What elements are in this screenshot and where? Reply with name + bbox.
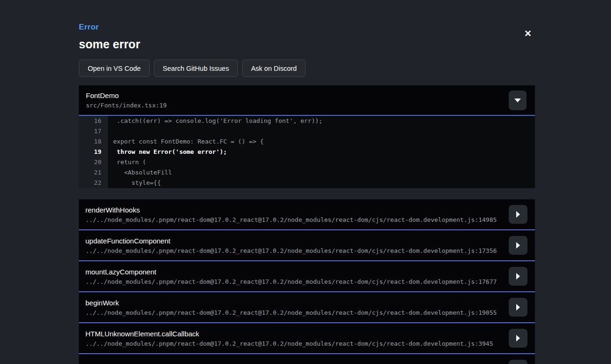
stack-frame-function-name: renderWithHooks — [85, 206, 497, 214]
stack-frame-location: ../../node_modules/.pnpm/react-dom@17.0.… — [85, 247, 497, 254]
open-in-vscode-button[interactable]: Open in VS Code — [79, 60, 150, 77]
chevron-down-icon — [514, 99, 521, 102]
code-line: 22 style={{ — [79, 178, 535, 188]
stack-frame-function-name: mountLazyComponent — [85, 268, 497, 276]
chevron-right-icon — [516, 335, 520, 341]
line-code: return ( — [108, 157, 146, 167]
stack-frame-meta: HTMLUnknownElement.callCallback ../../no… — [85, 330, 493, 347]
code-line: 17 — [79, 126, 535, 136]
line-number: 18 — [79, 136, 108, 147]
code-frame-header: FontDemo src/Fonts/index.tsx:19 — [79, 85, 535, 116]
stack-frame-function-name: HTMLUnknownElement.callCallback — [85, 330, 493, 338]
stack-frame-expand-button[interactable] — [509, 329, 527, 348]
error-overlay: Error some error Open in VS Code Search … — [79, 0, 535, 364]
stack-frame-location: ../../node_modules/.pnpm/react-dom@17.0.… — [85, 340, 493, 347]
line-code: .catch((err) => console.log('Error loadi… — [108, 116, 322, 126]
stack-frame-row: beginWork ../../node_modules/.pnpm/react… — [79, 292, 535, 323]
stack-frame-row-partial — [79, 354, 535, 364]
stack-frame-row: updateFunctionComponent ../../node_modul… — [79, 230, 535, 261]
code-frame-function-name: FontDemo — [86, 91, 167, 99]
search-github-issues-button[interactable]: Search GitHub Issues — [154, 60, 238, 77]
stack-frame-location: ../../node_modules/.pnpm/react-dom@17.0.… — [85, 216, 497, 223]
line-number: 21 — [79, 167, 108, 178]
stack-frame-row: HTMLUnknownElement.callCallback ../../no… — [79, 323, 535, 354]
stack-trace-list: renderWithHooks ../../node_modules/.pnpm… — [79, 199, 535, 364]
code-frame: FontDemo src/Fonts/index.tsx:19 16 .catc… — [79, 85, 535, 188]
stack-frame-expand-button[interactable] — [509, 267, 527, 286]
line-code: throw new Error('some error'); — [108, 147, 227, 157]
stack-frame-function-name: updateFunctionComponent — [85, 237, 497, 245]
stack-frame-expand-button[interactable] — [509, 360, 527, 364]
chevron-right-icon — [516, 273, 520, 280]
code-frame-collapse-button[interactable] — [509, 91, 527, 110]
chevron-right-icon — [516, 211, 520, 218]
code-frame-location: src/Fonts/index.tsx:19 — [86, 102, 167, 109]
search-github-issues-label: Search GitHub Issues — [163, 65, 229, 72]
line-code: export const FontDemo: React.FC = () => … — [108, 136, 264, 147]
stack-frame-function-name: beginWork — [85, 299, 497, 307]
stack-frame-expand-button[interactable] — [509, 298, 527, 317]
stack-frame-meta: updateFunctionComponent ../../node_modul… — [85, 237, 497, 254]
error-kicker: Error — [79, 23, 535, 32]
line-code — [108, 126, 113, 136]
code-frame-meta: FontDemo src/Fonts/index.tsx:19 — [86, 91, 167, 109]
code-line: 21 <AbsoluteFill — [79, 167, 535, 178]
action-buttons: Open in VS Code Search GitHub Issues Ask… — [79, 60, 535, 77]
code-line: 16 .catch((err) => console.log('Error lo… — [79, 116, 535, 126]
page-title: some error — [79, 38, 535, 51]
line-code: style={{ — [108, 178, 161, 188]
stack-frame-meta: mountLazyComponent ../../node_modules/.p… — [85, 268, 497, 285]
line-number: 20 — [79, 157, 108, 167]
ask-on-discord-label: Ask on Discord — [251, 65, 297, 72]
stack-frame-meta: renderWithHooks ../../node_modules/.pnpm… — [85, 206, 497, 223]
stack-frame-location: ../../node_modules/.pnpm/react-dom@17.0.… — [85, 309, 497, 316]
chevron-right-icon — [516, 242, 520, 249]
stack-frame-location: ../../node_modules/.pnpm/react-dom@17.0.… — [85, 278, 497, 285]
code-line-highlighted: 19 throw new Error('some error'); — [79, 147, 535, 157]
code-line: 20 return ( — [79, 157, 535, 167]
stack-frame-expand-button[interactable] — [509, 205, 527, 224]
code-line: 18export const FontDemo: React.FC = () =… — [79, 136, 535, 147]
line-number: 22 — [79, 178, 108, 188]
line-number: 17 — [79, 126, 108, 136]
chevron-right-icon — [516, 304, 520, 311]
stack-frame-meta: beginWork ../../node_modules/.pnpm/react… — [85, 299, 497, 316]
line-number: 19 — [79, 147, 108, 157]
line-code: <AbsoluteFill — [108, 167, 172, 178]
open-in-vscode-label: Open in VS Code — [88, 65, 141, 72]
stack-frame-expand-button[interactable] — [509, 236, 527, 255]
stack-frame-row: mountLazyComponent ../../node_modules/.p… — [79, 261, 535, 292]
ask-on-discord-button[interactable]: Ask on Discord — [242, 60, 306, 77]
line-number: 16 — [79, 116, 108, 126]
stack-frame-row: renderWithHooks ../../node_modules/.pnpm… — [79, 199, 535, 230]
code-snippet: 16 .catch((err) => console.log('Error lo… — [79, 116, 535, 188]
